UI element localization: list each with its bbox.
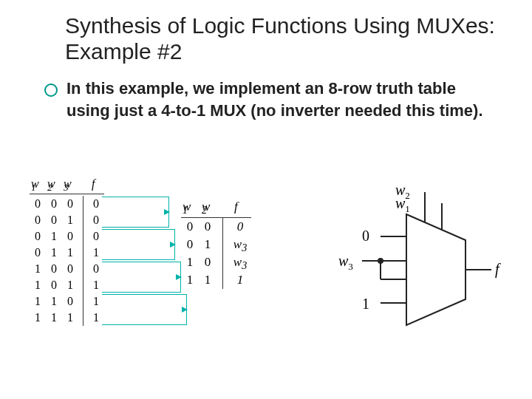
tt4-col-w1: 0011 [181, 218, 199, 289]
tt8-sep [83, 196, 83, 326]
diagram-area: w1 w2 w3 f 0000 1111 0011 0011 0101 0101 [22, 177, 510, 384]
arrow-icon [182, 307, 188, 313]
arrow-icon [164, 209, 170, 215]
tt4-col-w2: 0101 [199, 218, 216, 289]
slide: Synthesis of Logic Functions Using MUXes… [0, 0, 532, 399]
tt8-col-w2: 0011 0011 [46, 196, 62, 326]
tt4-body: 0011 0101 0 w3 w3 1 [181, 217, 251, 289]
tt4-sep [222, 218, 223, 289]
tt8-header: w1 w2 w3 f [30, 177, 104, 194]
bracket-3 [102, 262, 181, 293]
truth-table-8: w1 w2 w3 f 0000 1111 0011 0011 0101 0101 [30, 177, 104, 326]
mux-in3: 1 [362, 296, 369, 312]
bracket-1 [102, 197, 169, 228]
mux-diagram: w2 w1 0 w3 1 f [318, 185, 510, 347]
truth-table-4: w1 w2 f 0011 0101 0 w3 w3 1 [181, 200, 251, 289]
bracket-2 [102, 229, 175, 260]
svg-marker-0 [406, 214, 466, 325]
mux-out: f [495, 261, 501, 278]
tt8-body: 0000 1111 0011 0011 0101 0101 0001 0111 [30, 194, 104, 326]
mux-in0: 0 [362, 228, 369, 244]
bracket-4 [102, 294, 187, 325]
mux-in-w3: w3 [338, 253, 353, 272]
slide-title: Synthesis of Logic Functions Using MUXes… [65, 13, 510, 64]
tt4-header: w1 w2 f [181, 200, 251, 217]
arrow-icon [170, 242, 176, 248]
bullet-text: In this example, we implement an 8-row t… [66, 78, 502, 121]
bullet-row: In this example, we implement an 8-row t… [44, 78, 502, 121]
tt8-col-w1: 0000 1111 [30, 196, 46, 326]
tt4-col-f: 0 w3 w3 1 [229, 218, 251, 289]
bullet-circle-icon [44, 83, 58, 97]
tt8-col-w3: 0101 0101 [62, 196, 78, 326]
